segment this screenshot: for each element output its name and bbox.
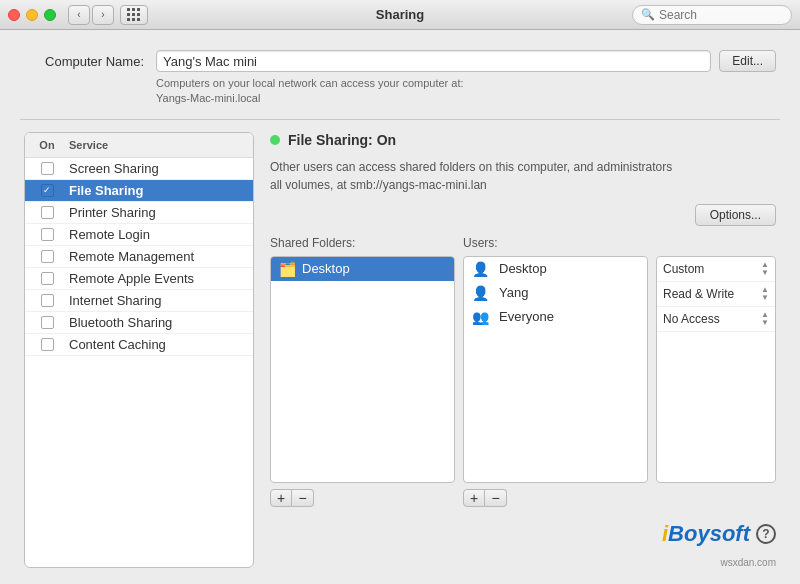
perm-stepper[interactable]: ▲▼ (761, 261, 769, 277)
service-checkbox (25, 250, 69, 263)
service-name: Remote Apple Events (69, 271, 253, 286)
perm-stepper[interactable]: ▲▼ (761, 311, 769, 327)
service-checkbox (25, 162, 69, 175)
back-button[interactable]: ‹ (68, 5, 90, 25)
options-button[interactable]: Options... (695, 204, 776, 226)
service-row[interactable]: Internet Sharing (25, 290, 253, 312)
checkbox[interactable] (41, 294, 54, 307)
service-checkbox (25, 228, 69, 241)
services-panel: On Service Screen Sharing✓File SharingPr… (24, 132, 254, 568)
grid-icon (127, 8, 141, 22)
status-description: Other users can access shared folders on… (270, 158, 776, 194)
service-row[interactable]: Remote Apple Events (25, 268, 253, 290)
everyone-icon: 👥 (472, 309, 489, 325)
brand-rest: Boysoft (668, 521, 750, 546)
computer-name-right: Edit... Computers on your local network … (156, 50, 776, 107)
users-controls: + − (463, 489, 648, 507)
options-row: Options... (270, 204, 776, 226)
perm-item[interactable]: Custom ▲▼ (657, 257, 775, 282)
checkbox[interactable] (41, 250, 54, 263)
users-list: 👤 Desktop 👤 Yang 👥 Everyone (463, 256, 648, 483)
user-icon: 👤 (472, 285, 489, 301)
traffic-lights (8, 9, 56, 21)
checkbox[interactable] (41, 206, 54, 219)
checkbox[interactable] (41, 228, 54, 241)
service-checkbox (25, 206, 69, 219)
checkbox[interactable] (41, 316, 54, 329)
forward-button[interactable]: › (92, 5, 114, 25)
service-name: Remote Login (69, 227, 253, 242)
help-button[interactable]: ? (756, 524, 776, 544)
status-label: File Sharing: On (288, 132, 396, 148)
brand-area: iBoysoft ? (270, 521, 776, 547)
shared-folders-list: 🗂️ Desktop (270, 256, 455, 483)
services-header-on: On (25, 137, 69, 153)
computer-name-label: Computer Name: (24, 50, 144, 69)
service-name: Content Caching (69, 337, 253, 352)
shared-folders-label: Shared Folders: (270, 236, 455, 250)
service-row[interactable]: Remote Management (25, 246, 253, 268)
services-header-service: Service (69, 137, 253, 153)
users-label: Users: (463, 236, 648, 250)
service-name: File Sharing (69, 183, 253, 198)
search-input[interactable] (659, 8, 783, 22)
minimize-button[interactable] (26, 9, 38, 21)
service-row[interactable]: Content Caching (25, 334, 253, 356)
checkbox[interactable]: ✓ (41, 184, 54, 197)
service-row[interactable]: Screen Sharing (25, 158, 253, 180)
search-bar[interactable]: 🔍 (632, 5, 792, 25)
close-button[interactable] (8, 9, 20, 21)
list-item[interactable]: 👤 Yang (464, 281, 647, 305)
right-panel: File Sharing: On Other users can access … (270, 132, 776, 568)
perm-item[interactable]: No Access ▲▼ (657, 307, 775, 332)
main-content: Computer Name: Edit... Computers on your… (0, 30, 800, 584)
computer-name-input-row: Edit... (156, 50, 776, 72)
computer-name-input[interactable] (156, 50, 711, 72)
user-icon: 👤 (472, 261, 489, 277)
service-checkbox (25, 316, 69, 329)
folder-icon: 🗂️ (279, 261, 296, 277)
window-title: Sharing (376, 7, 424, 22)
search-icon: 🔍 (641, 8, 655, 21)
add-folder-button[interactable]: + (270, 489, 292, 507)
service-name: Printer Sharing (69, 205, 253, 220)
divider (20, 119, 780, 120)
services-list: Screen Sharing✓File SharingPrinter Shari… (25, 158, 253, 356)
grid-view-button[interactable] (120, 5, 148, 25)
permissions-column: Custom ▲▼ Read & Write ▲▼ No Access ▲▼ (656, 236, 776, 507)
shared-users-section: Shared Folders: 🗂️ Desktop + − Users: (270, 236, 776, 507)
permissions-list: Custom ▲▼ Read & Write ▲▼ No Access ▲▼ (656, 256, 776, 483)
services-header: On Service (25, 133, 253, 158)
service-name: Screen Sharing (69, 161, 253, 176)
checkbox[interactable] (41, 162, 54, 175)
service-row[interactable]: Printer Sharing (25, 202, 253, 224)
shared-folders-controls: + − (270, 489, 455, 507)
add-user-button[interactable]: + (463, 489, 485, 507)
list-item[interactable]: 🗂️ Desktop (271, 257, 454, 281)
service-row[interactable]: Bluetooth Sharing (25, 312, 253, 334)
nav-buttons: ‹ › (68, 5, 114, 25)
perm-item[interactable]: Read & Write ▲▼ (657, 282, 775, 307)
watermark: wsxdan.com (270, 557, 776, 568)
service-row[interactable]: ✓File Sharing (25, 180, 253, 202)
maximize-button[interactable] (44, 9, 56, 21)
list-item[interactable]: 👥 Everyone (464, 305, 647, 329)
service-name: Remote Management (69, 249, 253, 264)
checkbox[interactable] (41, 272, 54, 285)
status-dot (270, 135, 280, 145)
users-column: Users: 👤 Desktop 👤 Yang 👥 Everyone (463, 236, 648, 507)
service-checkbox (25, 338, 69, 351)
title-bar: ‹ › Sharing 🔍 (0, 0, 800, 30)
service-checkbox: ✓ (25, 184, 69, 197)
edit-button[interactable]: Edit... (719, 50, 776, 72)
computer-name-subtext: Computers on your local network can acce… (156, 76, 776, 107)
status-row: File Sharing: On (270, 132, 776, 148)
checkbox[interactable] (41, 338, 54, 351)
remove-folder-button[interactable]: − (292, 489, 314, 507)
remove-user-button[interactable]: − (485, 489, 507, 507)
list-item[interactable]: 👤 Desktop (464, 257, 647, 281)
service-name: Bluetooth Sharing (69, 315, 253, 330)
perm-stepper[interactable]: ▲▼ (761, 286, 769, 302)
service-row[interactable]: Remote Login (25, 224, 253, 246)
brand-logo: iBoysoft (662, 521, 750, 547)
